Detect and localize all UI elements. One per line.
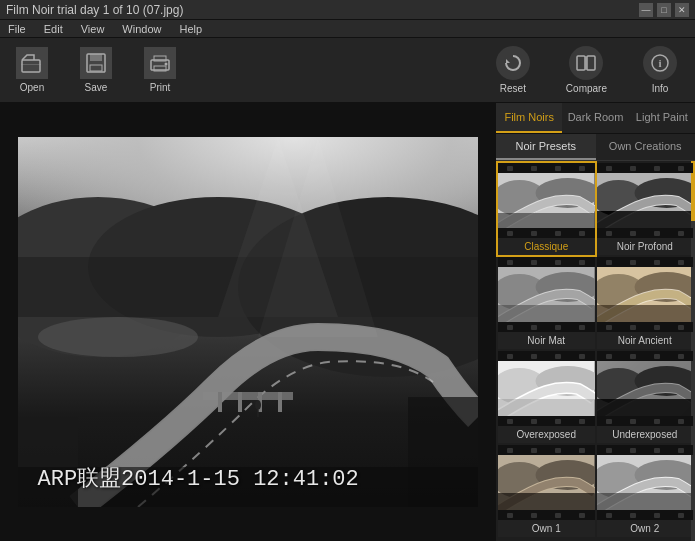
svg-point-8 [165, 63, 168, 66]
photo-area: ARP联盟2014-1-15 12:41:02 [0, 103, 495, 541]
preset-thumb-overexposed [498, 351, 595, 426]
window-controls: — □ ✕ [639, 3, 689, 17]
reset-button[interactable]: Reset [488, 42, 538, 98]
preset-label-noir-profond: Noir Profond [597, 238, 694, 255]
title-bar: Film Noir trial day 1 of 10 (07.jpg) — □… [0, 0, 695, 20]
preset-thumb-underexposed [597, 351, 694, 426]
preset-noir-profond[interactable]: Noir Profond [597, 163, 694, 255]
svg-rect-43 [498, 305, 595, 322]
preset-overexposed[interactable]: Overexposed [498, 351, 595, 443]
svg-rect-1 [21, 64, 41, 65]
svg-point-19 [38, 317, 198, 357]
menu-edit[interactable]: Edit [40, 23, 67, 35]
preset-label-overexposed: Overexposed [498, 426, 595, 443]
preset-own1[interactable]: Own 1 [498, 445, 595, 537]
preset-label-noir-ancient: Noir Ancient [597, 332, 694, 349]
save-icon [80, 47, 112, 79]
compare-icon [569, 46, 603, 80]
preset-noir-mat[interactable]: Noir Mat [498, 257, 595, 349]
menu-view[interactable]: View [77, 23, 109, 35]
preset-underexposed[interactable]: Underexposed [597, 351, 694, 443]
svg-rect-22 [238, 392, 242, 412]
svg-rect-10 [577, 56, 585, 70]
svg-marker-9 [506, 59, 510, 63]
preset-label-classique: Classique [498, 238, 595, 255]
right-panel: Film Noirs Dark Room Light Paint Noir Pr… [495, 103, 695, 541]
open-label: Open [20, 82, 44, 93]
preset-thumb-noir-profond [597, 163, 694, 238]
tab-light-paint[interactable]: Light Paint [629, 103, 695, 133]
preset-label-own1: Own 1 [498, 520, 595, 537]
svg-rect-55 [597, 399, 694, 416]
svg-rect-3 [90, 54, 102, 61]
open-button[interactable]: Open [10, 43, 54, 97]
sub-tab-noir-presets[interactable]: Noir Presets [496, 134, 596, 160]
svg-point-25 [255, 400, 261, 410]
tab-bar: Film Noirs Dark Room Light Paint [496, 103, 695, 134]
tab-dark-room[interactable]: Dark Room [562, 103, 628, 133]
main-content: ARP联盟2014-1-15 12:41:02 Film Noirs Dark … [0, 103, 695, 541]
reset-icon [496, 46, 530, 80]
menu-bar: File Edit View Window Help [0, 20, 695, 38]
info-icon: i [643, 46, 677, 80]
open-icon [16, 47, 48, 79]
preset-thumb-own1 [498, 445, 595, 520]
preset-noir-ancient[interactable]: Noir Ancient [597, 257, 694, 349]
save-button[interactable]: Save [74, 43, 118, 97]
svg-rect-47 [597, 305, 694, 322]
menu-file[interactable]: File [4, 23, 30, 35]
title-bar-text: Film Noir trial day 1 of 10 (07.jpg) [6, 3, 183, 17]
info-button[interactable]: i Info [635, 42, 685, 98]
svg-rect-24 [278, 392, 282, 412]
svg-rect-59 [498, 493, 595, 510]
save-label: Save [85, 82, 108, 93]
toolbar: Open Save Print [0, 38, 695, 103]
preset-thumb-noir-ancient [597, 257, 694, 332]
svg-rect-4 [90, 65, 102, 71]
svg-rect-35 [498, 213, 595, 228]
svg-rect-63 [597, 493, 694, 510]
preset-label-own2: Own 2 [597, 520, 694, 537]
svg-text:i: i [658, 57, 661, 69]
menu-help[interactable]: Help [175, 23, 206, 35]
svg-rect-11 [587, 56, 595, 70]
svg-rect-0 [22, 60, 40, 72]
presets-grid: Classique [498, 163, 693, 537]
preset-own2[interactable]: Own 2 [597, 445, 694, 537]
preset-thumb-own2 [597, 445, 694, 520]
photo-canvas: ARP联盟2014-1-15 12:41:02 [18, 137, 478, 507]
compare-label: Compare [566, 83, 607, 94]
tab-film-noirs[interactable]: Film Noirs [496, 103, 562, 133]
preset-label-underexposed: Underexposed [597, 426, 694, 443]
sub-tab-bar: Noir Presets Own Creations [496, 134, 695, 161]
maximize-button[interactable]: □ [657, 3, 671, 17]
svg-rect-39 [597, 211, 694, 228]
print-button[interactable]: Print [138, 43, 182, 97]
minimize-button[interactable]: — [639, 3, 653, 17]
svg-rect-21 [218, 392, 222, 412]
menu-window[interactable]: Window [118, 23, 165, 35]
close-button[interactable]: ✕ [675, 3, 689, 17]
preset-thumb-classique [498, 163, 595, 238]
svg-rect-51 [498, 399, 595, 416]
preset-thumb-noir-mat [498, 257, 595, 332]
info-label: Info [652, 83, 669, 94]
photo-timestamp: ARP联盟2014-1-15 12:41:02 [38, 463, 359, 493]
presets-area[interactable]: Classique [496, 161, 695, 541]
preset-label-noir-mat: Noir Mat [498, 332, 595, 349]
compare-button[interactable]: Compare [558, 42, 615, 98]
print-label: Print [150, 82, 171, 93]
reset-label: Reset [500, 83, 526, 94]
preset-classique[interactable]: Classique [498, 163, 595, 255]
print-icon [144, 47, 176, 79]
sub-tab-own-creations[interactable]: Own Creations [596, 134, 696, 160]
